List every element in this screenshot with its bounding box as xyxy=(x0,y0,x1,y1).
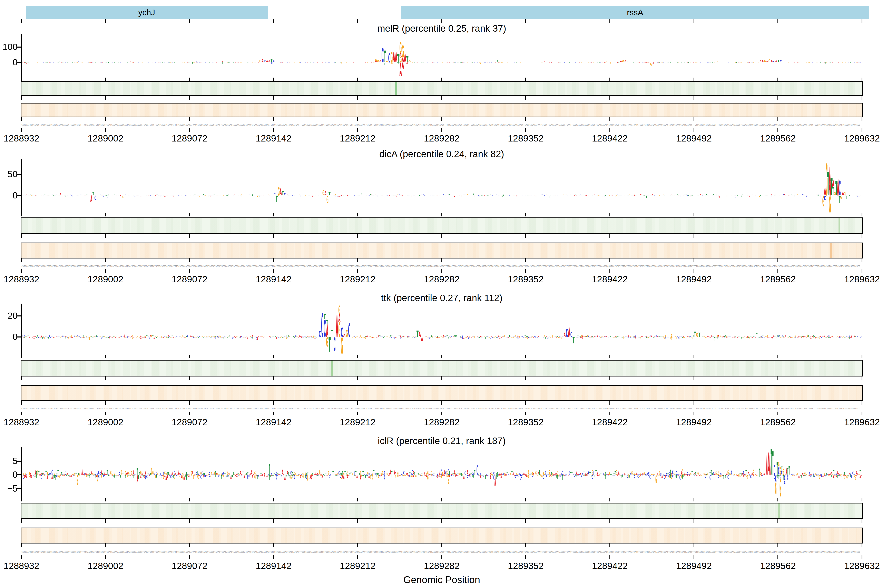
x-axis-tick-label: 1289632 xyxy=(836,133,882,144)
sequence-axis-tick xyxy=(862,555,862,559)
attribution-logo-ttk xyxy=(21,304,862,355)
gene-bar-rssA: rssA xyxy=(401,6,869,19)
green-heatmap-strip-dicA xyxy=(21,218,863,234)
green-strip-axis-tick xyxy=(273,234,274,238)
logo-axis-tick xyxy=(525,498,526,501)
sequence-axis-tick xyxy=(525,555,526,559)
sequence-axis-tick xyxy=(777,128,778,132)
x-axis-tick-label: 1289492 xyxy=(668,561,720,571)
sequence-axis-tick xyxy=(609,269,610,273)
orange-strip-axis-tick xyxy=(105,117,106,121)
orange-strip-axis-tick xyxy=(525,258,526,262)
orange-strip-axis-tick xyxy=(189,117,190,121)
sequence-axis-tick xyxy=(441,555,442,559)
x-axis-tick-label: 1289352 xyxy=(499,133,552,144)
logo-axis-tick xyxy=(441,355,442,358)
x-axis-tick-label: 1289002 xyxy=(79,417,132,428)
panel-title-melR: melR (percentile 0.25, rank 37) xyxy=(21,23,862,34)
green-strip-axis-tick xyxy=(609,519,610,523)
green-heatmap-strip-melR xyxy=(21,81,863,96)
sequence-axis-tick xyxy=(441,128,442,132)
sequence-axis-tick xyxy=(693,412,694,415)
y-axis-tick-label: 0 xyxy=(0,190,18,201)
logo-axis-tick xyxy=(525,355,526,358)
orange-strip-axis-tick xyxy=(777,401,778,405)
gene-axis-tick xyxy=(862,20,862,23)
green-strip-axis-tick xyxy=(105,519,106,523)
orange-heatmap-strip-ttk xyxy=(21,385,863,401)
logo-axis-tick xyxy=(21,355,22,358)
logo-axis-tick xyxy=(273,498,274,501)
x-axis-tick-label: 1289422 xyxy=(583,417,636,428)
dna-sequence-row-iclR: CATCAATTCGGCACGTAACGCCGCTGCTCCACAAGAGGGA… xyxy=(21,550,862,554)
x-axis-tick-label: 1289212 xyxy=(331,133,384,144)
logo-axis-tick xyxy=(273,213,274,216)
orange-strip-axis-tick xyxy=(357,258,358,262)
orange-strip-axis-tick xyxy=(357,401,358,405)
green-strip-axis-tick xyxy=(21,376,22,380)
sequence-axis-tick xyxy=(525,412,526,415)
logo-axis-tick xyxy=(273,78,274,81)
orange-strip-axis-tick xyxy=(525,543,526,547)
orange-heatmap-strip-dicA xyxy=(21,243,863,258)
orange-strip-axis-tick xyxy=(441,258,442,262)
green-heatmap-strip-ttk xyxy=(21,360,863,376)
x-axis-tick-label: 1289632 xyxy=(836,417,882,428)
logo-axis-tick xyxy=(693,355,694,358)
sequence-axis-tick xyxy=(21,555,22,559)
orange-strip-highlight-line xyxy=(830,243,832,258)
logo-axis-tick xyxy=(862,213,862,216)
logo-axis-tick xyxy=(862,78,862,81)
orange-strip-axis-tick xyxy=(441,401,442,405)
logo-axis-tick xyxy=(357,78,358,81)
logo-axis-tick xyxy=(777,213,778,216)
x-axis-tick-label: 1289632 xyxy=(836,274,882,285)
logo-axis-tick xyxy=(777,498,778,501)
orange-strip-axis-tick xyxy=(693,543,694,547)
orange-strip-axis-tick xyxy=(273,258,274,262)
green-strip-axis-tick xyxy=(441,519,442,523)
gene-axis-tick xyxy=(525,20,526,23)
logo-axis-tick xyxy=(189,213,190,216)
green-strip-axis-tick xyxy=(693,234,694,238)
x-axis-tick-label: 1288932 xyxy=(0,133,48,144)
green-strip-axis-tick xyxy=(441,96,442,100)
green-strip-axis-tick xyxy=(525,519,526,523)
sequence-axis-tick xyxy=(105,555,106,559)
orange-strip-axis-tick xyxy=(105,543,106,547)
orange-strip-axis-tick xyxy=(189,543,190,547)
orange-strip-axis-tick xyxy=(609,117,610,121)
green-strip-axis-tick xyxy=(189,234,190,238)
green-strip-axis-tick xyxy=(777,96,778,100)
x-axis-tick-label: 1289002 xyxy=(79,561,132,571)
sequence-axis-tick xyxy=(21,128,22,132)
green-strip-axis-tick xyxy=(525,376,526,380)
y-axis-tick-label: −5 xyxy=(0,483,18,494)
green-strip-highlight-line xyxy=(395,82,397,95)
sequence-axis-tick xyxy=(525,128,526,132)
x-axis-tick-label: 1289352 xyxy=(499,417,552,428)
panel-title-ttk: ttk (percentile 0.27, rank 112) xyxy=(21,292,862,303)
sequence-axis-tick xyxy=(862,412,862,415)
y-axis-tick-label: 100 xyxy=(0,42,18,52)
green-strip-axis-tick xyxy=(609,234,610,238)
gene-label-rssA: rssA xyxy=(627,8,643,17)
x-axis-tick-label: 1289422 xyxy=(583,133,636,144)
orange-strip-axis-tick xyxy=(21,543,22,547)
logo-axis-tick xyxy=(21,213,22,216)
logo-axis-tick xyxy=(273,355,274,358)
orange-strip-axis-tick xyxy=(862,117,862,121)
logo-axis-tick xyxy=(693,213,694,216)
x-axis-tick-label: 1289142 xyxy=(247,274,300,285)
orange-strip-axis-tick xyxy=(105,258,106,262)
logo-axis-tick xyxy=(441,78,442,81)
sequence-axis-tick xyxy=(357,412,358,415)
x-axis-tick-label: 1289282 xyxy=(415,274,468,285)
logo-axis-tick xyxy=(357,213,358,216)
logo-axis-tick xyxy=(21,78,22,81)
y-axis-spine xyxy=(21,304,22,355)
sequence-axis-tick xyxy=(105,412,106,415)
sequence-axis-tick xyxy=(609,128,610,132)
panel-title-dicA: dicA (percentile 0.24, rank 82) xyxy=(21,148,862,159)
orange-strip-axis-tick xyxy=(693,258,694,262)
